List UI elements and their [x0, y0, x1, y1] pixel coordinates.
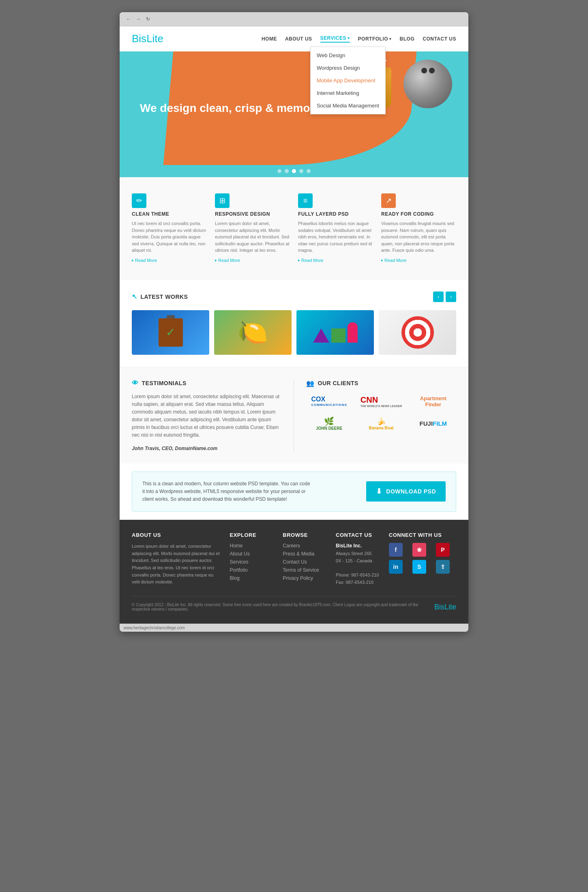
footer-link-home[interactable]: Home: [230, 543, 275, 549]
box-shape: [331, 328, 346, 343]
slider-dots: [120, 165, 468, 177]
download-cta: This is a clean and modern, four column …: [132, 472, 456, 512]
footer-about-title: ABOUT US: [132, 532, 222, 538]
clients-grid: COX COMMUNICATIONS CNN THE WORLD'S NEWS …: [306, 393, 456, 432]
nav-services[interactable]: SERVICES ▾: [320, 35, 350, 43]
footer-link-press[interactable]: Press & Media: [283, 551, 328, 557]
cursor-icon: ↖: [132, 293, 137, 300]
linkedin-icon[interactable]: in: [389, 560, 403, 574]
main-nav: HOME ABOUT US SERVICES ▾ PORTFOLIO ▾ BLO…: [262, 35, 456, 43]
browser-frame: ← → ↻ BisLite HOME ABOUT US SERVICES ▾ P…: [120, 12, 468, 632]
feature-title-4: READY FOR CODING: [381, 211, 456, 217]
nav-contact[interactable]: CONTACT US: [423, 36, 456, 42]
work-item-4[interactable]: [379, 310, 456, 355]
next-arrow[interactable]: ›: [446, 292, 456, 302]
instagram-icon[interactable]: ❀: [412, 543, 426, 557]
site-header: BisLite HOME ABOUT US SERVICES ▾ PORTFOL…: [120, 26, 468, 51]
work-item-1[interactable]: ✓: [132, 310, 209, 355]
read-more-3[interactable]: Read More: [298, 258, 373, 263]
client-john-deere: 🌿 JOHN DEERE: [306, 416, 352, 432]
footer-contact: CONTACT US BisLite Inc. Always Street 26…: [336, 532, 381, 586]
dot-4[interactable]: [299, 169, 303, 173]
testimonials-title: 👁 TESTIMONIALS: [132, 380, 281, 387]
testimonial-author: John Travis, CEO, DomainName.com: [132, 446, 281, 451]
dropdown-internet-marketing[interactable]: Internet Marketing: [311, 87, 385, 99]
feature-icon-coding: ↗: [381, 193, 396, 208]
cta-text: This is a clean and modern, four column …: [142, 480, 313, 504]
footer-browse-title: BROWSE: [283, 532, 328, 538]
cylinder-shape: [348, 322, 358, 343]
clients-section: 👥 OUR CLIENTS COX COMMUNICATIONS CNN THE…: [294, 380, 456, 451]
forward-button[interactable]: →: [135, 16, 141, 22]
eye-icon: 👁: [132, 380, 139, 387]
feature-responsive: ⊞ RESPONSIVE DESIGN Lorem ipsum dolor si…: [215, 193, 290, 263]
footer-connect-title: CONNECT WITH US: [389, 532, 456, 538]
nav-about[interactable]: ABOUT US: [285, 36, 312, 42]
bowling-hole-2: [429, 68, 435, 73]
footer-link-privacy[interactable]: Privacy Policy: [283, 575, 328, 581]
pinterest-icon[interactable]: P: [436, 543, 450, 557]
refresh-button[interactable]: ↻: [145, 16, 151, 22]
nav-blog[interactable]: BLOG: [400, 36, 415, 42]
download-button[interactable]: ⬇ DOWNLOAD PSD: [366, 481, 446, 502]
copyright-text: © Copyright 2012 - BisLite Inc. All righ…: [132, 603, 434, 611]
nav-portfolio[interactable]: PORTFOLIO ▾: [358, 36, 392, 42]
feature-title-2: RESPONSIVE DESIGN: [215, 211, 290, 217]
footer-link-careers[interactable]: Careers: [283, 543, 328, 549]
dropdown-social-media[interactable]: Social Media Management: [311, 99, 385, 112]
latest-works-section: ↖ LATEST WORKS ‹ › ✓: [120, 279, 468, 367]
status-bar: www.heritagechristiancollege.com: [120, 624, 468, 632]
dot-5[interactable]: [307, 169, 311, 173]
dot-3[interactable]: [292, 169, 296, 173]
footer-link-terms[interactable]: Terms of Service: [283, 567, 328, 573]
dropdown-wordpress[interactable]: Wordpress Design: [311, 62, 385, 74]
footer-link-about[interactable]: About Us: [230, 551, 275, 557]
share-icon[interactable]: ⇧: [436, 560, 450, 574]
feature-text-3: Phasellus lobortis metus non augue sodal…: [298, 220, 373, 254]
footer-address: Always Street 265 0X - 125 - Canada Phon…: [336, 550, 381, 586]
footer-browse: BROWSE Careers Press & Media Contact Us …: [283, 532, 328, 586]
facebook-icon[interactable]: f: [389, 543, 403, 557]
feature-icon-layers: ≡: [298, 193, 313, 208]
client-apartment-finder: Apartment Finder: [410, 393, 456, 410]
work-item-2[interactable]: 🍋: [214, 310, 292, 355]
features-section: ✏ CLEAN THEME Ut nec lorem id orci conva…: [120, 177, 468, 279]
clients-title: 👥 OUR CLIENTS: [306, 380, 456, 387]
feature-title-3: FULLY LAYERD PSD: [298, 211, 373, 217]
bowling-holes: [421, 68, 435, 73]
browser-toolbar: ← → ↻: [120, 12, 468, 26]
nav-home[interactable]: HOME: [262, 36, 277, 42]
download-icon: ⬇: [376, 487, 382, 496]
client-fujifilm: FUJIFILM: [410, 416, 456, 432]
back-button[interactable]: ←: [126, 16, 131, 22]
dropdown-mobile-app[interactable]: Mobile App Development: [311, 74, 385, 87]
clipboard-illustration: ✓: [159, 318, 183, 347]
work-item-3[interactable]: [296, 310, 374, 355]
read-more-1[interactable]: Read More: [132, 258, 207, 263]
footer-link-portfolio[interactable]: Portfolio: [230, 567, 275, 573]
testimonials-clients-section: 👁 TESTIMONIALS Lorem ipsum dolor sit ame…: [120, 367, 468, 463]
footer-about: ABOUT US Lorem ipsum dolor sit amet, con…: [132, 532, 222, 586]
triangle-shape: [313, 328, 329, 343]
dot-1[interactable]: [277, 169, 281, 173]
clipboard-body: ✓: [159, 318, 183, 347]
dropdown-web-design[interactable]: Web Design: [311, 49, 385, 62]
read-more-2[interactable]: Read More: [215, 258, 290, 263]
client-banana-boat: 🍌 Banana Boat: [358, 416, 404, 432]
footer-link-services[interactable]: Services: [230, 559, 275, 565]
target-illustration: [401, 316, 434, 349]
dot-2[interactable]: [285, 169, 289, 173]
feature-text-1: Ut nec lorem id orci convallis porta. Do…: [132, 220, 207, 254]
bowling-hole-1: [421, 68, 427, 73]
footer-explore-title: EXPLORE: [230, 532, 275, 538]
footer-link-contact[interactable]: Contact Us: [283, 559, 328, 565]
feature-icon-pencil: ✏: [132, 193, 146, 208]
footer-company-name: BisLite Inc.: [336, 543, 381, 549]
skype-icon[interactable]: S: [412, 560, 426, 574]
prev-arrow[interactable]: ‹: [433, 292, 444, 302]
read-more-4[interactable]: Read More: [381, 258, 456, 263]
footer-link-blog[interactable]: Blog: [230, 575, 275, 581]
chevron-down-icon: ▾: [348, 36, 350, 40]
latest-works-title: ↖ LATEST WORKS: [132, 293, 188, 300]
services-dropdown: Web Design Wordpress Design Mobile App D…: [310, 47, 386, 114]
